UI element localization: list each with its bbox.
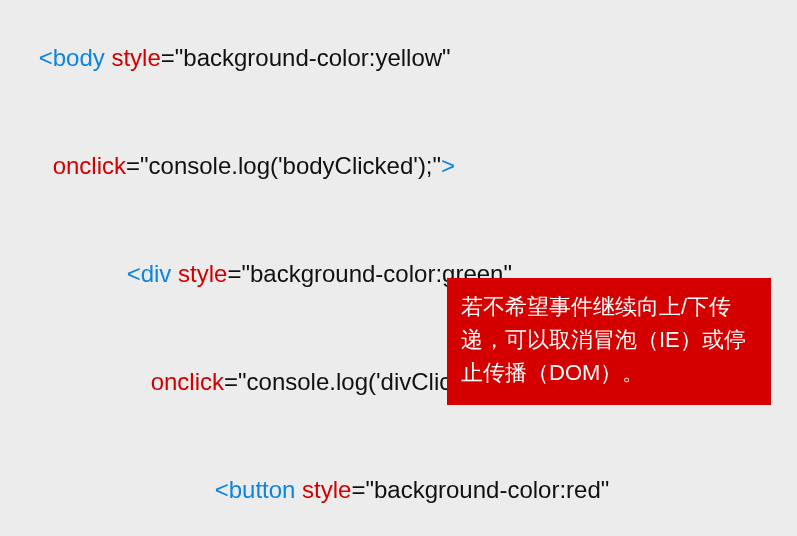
attr-name: style: [302, 476, 351, 503]
attr-value: "background-color:yellow": [175, 44, 451, 71]
attr-value: "console.log('bodyClicked');": [140, 152, 441, 179]
tag-name: div: [141, 260, 172, 287]
tag-name: button: [229, 476, 296, 503]
html-code-block: <body style="background-color:yellow" on…: [0, 0, 797, 536]
tag-name: body: [53, 44, 105, 71]
annotation-text: 若不希望事件继续向上/下传递，可以取消冒泡（IE）或停止传播（DOM）。: [461, 294, 746, 385]
annotation-box: 若不希望事件继续向上/下传递，可以取消冒泡（IE）或停止传播（DOM）。: [447, 278, 771, 405]
attr-name: style: [111, 44, 160, 71]
attr-name: style: [178, 260, 227, 287]
code-line: <body style="background-color:yellow": [12, 4, 785, 112]
code-line: onclick="console.log('bodyClicked');">: [12, 112, 785, 220]
attr-name: onclick: [53, 152, 126, 179]
angle-bracket: <: [39, 44, 53, 71]
attr-value: "background-color:red": [365, 476, 609, 503]
attr-name: onclick: [151, 368, 224, 395]
code-line: <button style="background-color:red": [12, 436, 785, 536]
